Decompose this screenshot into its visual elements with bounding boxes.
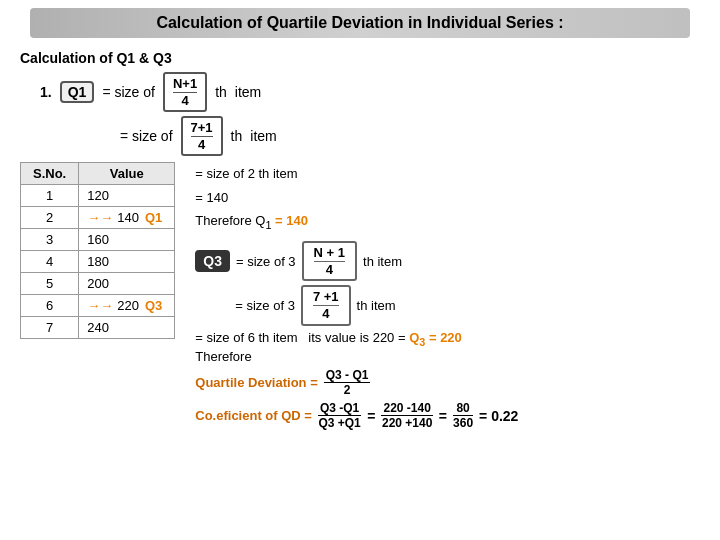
qd-fraction-den: 2: [344, 383, 351, 397]
cell-value: 200: [79, 273, 175, 295]
q3-fraction-num: N + 1: [314, 245, 345, 262]
item-label-2: item: [250, 128, 276, 144]
size-of-label: = size of: [102, 84, 155, 100]
data-table: S.No. Value 11202→→140Q13160418052006→→2…: [20, 162, 175, 339]
cell-sno: 4: [21, 251, 79, 273]
cell-sno: 1: [21, 185, 79, 207]
q3-fraction-den: 4: [326, 262, 333, 278]
arrow-icon: →→: [87, 298, 113, 313]
eq1: =: [367, 408, 375, 424]
th-label-2: th: [231, 128, 243, 144]
lower-section: S.No. Value 11202→→140Q13160418052006→→2…: [20, 162, 700, 430]
q1-fraction-denominator: 4: [181, 93, 188, 109]
page-title: Calculation of Quartile Deviation in Ind…: [30, 8, 690, 38]
q3-size-label2: = size of 3: [235, 298, 295, 313]
q3-fraction-box: N + 1 4: [302, 241, 357, 281]
val-fraction1-den: 220 +140: [382, 416, 432, 430]
q1-size-of-line2: = size of 7+1 4 th item: [120, 116, 700, 156]
cell-sno: 3: [21, 229, 79, 251]
coef-line: Co.eficient of QD = Q3 -Q1 Q3 +Q1 = 220 …: [195, 401, 700, 430]
q1-fraction-box: N+1 4: [163, 72, 207, 112]
val-fraction2: 80 360: [453, 401, 473, 430]
table-row: 1120: [21, 185, 175, 207]
eq3: = 0.22: [479, 408, 518, 424]
arrow-icon: →→: [87, 210, 113, 225]
eq2: =: [439, 408, 447, 424]
q1-result3: Therefore Q1 = 140: [195, 209, 700, 235]
qd-label: Quartile Deviation =: [195, 375, 317, 390]
val-fraction2-den: 360: [453, 416, 473, 430]
table-row: 3160: [21, 229, 175, 251]
q3-fraction-box2: 7 +1 4: [301, 285, 351, 325]
th-label-1: th: [215, 84, 227, 100]
val-fraction1-num: 220 -140: [381, 401, 432, 416]
table-row: 6→→220Q3: [21, 295, 175, 317]
q1-result2: = 140: [195, 186, 700, 209]
qd-fraction-num: Q3 - Q1: [324, 368, 371, 383]
q3-formula-line1: Q3 = size of 3 N + 1 4 th item: [195, 241, 700, 281]
q3-size-line2: = size of 3 7 +1 4 th item: [235, 285, 700, 325]
cell-sno: 7: [21, 317, 79, 339]
q1-fraction-box2: 7+1 4: [181, 116, 223, 156]
col-header-value: Value: [79, 163, 175, 185]
q3-result-line: = size of 6 th item its value is 220 = Q…: [195, 330, 700, 348]
item-label-1: item: [235, 84, 261, 100]
step1-number: 1.: [40, 84, 52, 100]
therefore-label: Therefore: [195, 349, 700, 364]
table-row: 4180: [21, 251, 175, 273]
q1-fraction-numerator: N+1: [173, 76, 197, 93]
cell-sno: 6: [21, 295, 79, 317]
coef-fraction-den: Q3 +Q1: [318, 416, 360, 430]
qd-fraction: Q3 - Q1 2: [324, 368, 371, 397]
cell-value: 120: [79, 185, 175, 207]
cell-value: 180: [79, 251, 175, 273]
table-row: 5200: [21, 273, 175, 295]
q-label-cell: Q1: [145, 210, 162, 225]
cell-value: →→140Q1: [79, 207, 175, 229]
q3-th-item2: th item: [357, 298, 396, 313]
cell-value: →→220Q3: [79, 295, 175, 317]
q3-fraction2-num: 7 +1: [313, 289, 339, 306]
q1-result1: = size of 2 th item: [195, 162, 700, 185]
qd-formula-line: Quartile Deviation = Q3 - Q1 2: [195, 368, 700, 397]
coef-fraction-num: Q3 -Q1: [318, 401, 361, 416]
q3-th-item: th item: [363, 254, 402, 269]
q1-formula-line: 1. Q1 = size of N+1 4 th item: [40, 72, 700, 112]
table-row: 7240: [21, 317, 175, 339]
val-fraction2-num: 80: [453, 401, 473, 416]
table-row: 2→→140Q1: [21, 207, 175, 229]
q1-fraction2-numerator: 7+1: [191, 120, 213, 137]
coef-label: Co.eficient of QD =: [195, 408, 312, 423]
data-table-section: S.No. Value 11202→→140Q13160418052006→→2…: [20, 162, 175, 430]
size-of-label2: = size of: [120, 128, 173, 144]
q1-fraction2-denominator: 4: [198, 137, 205, 153]
cell-value: 240: [79, 317, 175, 339]
coef-fraction: Q3 -Q1 Q3 +Q1: [318, 401, 361, 430]
cell-sno: 2: [21, 207, 79, 229]
q3-size-label: = size of 3: [236, 254, 296, 269]
cell-value: 160: [79, 229, 175, 251]
calc-label: Calculation of Q1 & Q3: [20, 50, 700, 66]
val-fraction1: 220 -140 220 +140: [381, 401, 432, 430]
col-header-sno: S.No.: [21, 163, 79, 185]
q1-results: = size of 2 th item = 140 Therefore Q1 =…: [195, 162, 700, 235]
q3-badge: Q3: [195, 250, 230, 272]
cell-sno: 5: [21, 273, 79, 295]
right-section: = size of 2 th item = 140 Therefore Q1 =…: [195, 162, 700, 430]
q-label-cell: Q3: [145, 298, 162, 313]
q1-badge: Q1: [60, 81, 95, 103]
q3-fraction2-den: 4: [322, 306, 329, 322]
